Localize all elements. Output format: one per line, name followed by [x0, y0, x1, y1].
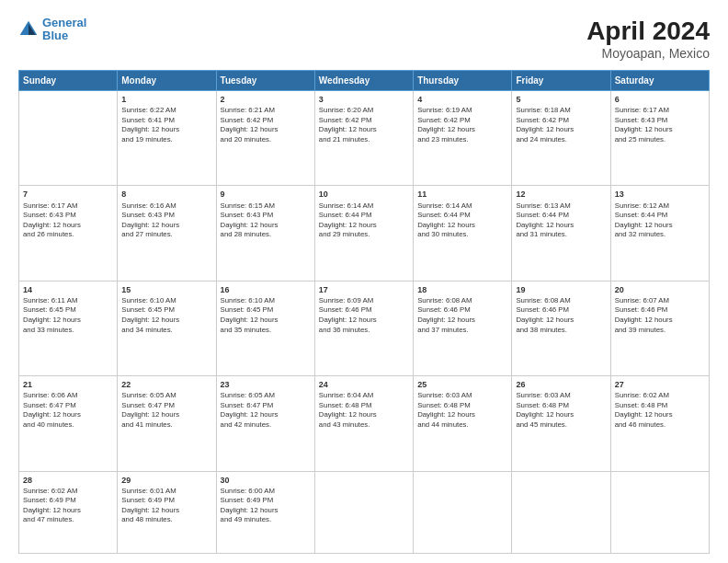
day-number: 28 [23, 475, 113, 486]
table-row: 28Sunrise: 6:02 AM Sunset: 6:49 PM Dayli… [19, 471, 118, 553]
table-row: 10Sunrise: 6:14 AM Sunset: 6:44 PM Dayli… [314, 186, 413, 281]
day-info: Sunrise: 6:22 AM Sunset: 6:41 PM Dayligh… [121, 106, 211, 144]
table-row: 15Sunrise: 6:10 AM Sunset: 6:45 PM Dayli… [118, 281, 216, 375]
day-info: Sunrise: 6:08 AM Sunset: 6:46 PM Dayligh… [417, 296, 507, 335]
table-row: 19Sunrise: 6:08 AM Sunset: 6:46 PM Dayli… [512, 281, 610, 375]
col-wednesday: Wednesday [314, 71, 413, 91]
day-number: 25 [417, 379, 507, 390]
table-row: 21Sunrise: 6:06 AM Sunset: 6:47 PM Dayli… [19, 376, 118, 471]
table-row: 23Sunrise: 6:05 AM Sunset: 6:47 PM Dayli… [216, 376, 314, 471]
day-number: 10 [319, 189, 409, 200]
day-number: 5 [516, 94, 606, 105]
calendar-week-row: 14Sunrise: 6:11 AM Sunset: 6:45 PM Dayli… [19, 281, 710, 375]
day-number: 6 [615, 94, 705, 105]
table-row: 4Sunrise: 6:19 AM Sunset: 6:42 PM Daylig… [414, 91, 512, 186]
day-info: Sunrise: 6:17 AM Sunset: 6:43 PM Dayligh… [615, 106, 705, 144]
day-info: Sunrise: 6:14 AM Sunset: 6:44 PM Dayligh… [417, 201, 507, 240]
day-number: 23 [221, 379, 311, 390]
calendar-week-row: 7Sunrise: 6:17 AM Sunset: 6:43 PM Daylig… [19, 186, 710, 281]
table-row: 11Sunrise: 6:14 AM Sunset: 6:44 PM Dayli… [414, 186, 512, 281]
day-number: 19 [516, 284, 606, 295]
day-info: Sunrise: 6:11 AM Sunset: 6:45 PM Dayligh… [23, 296, 113, 335]
page: General Blue April 2024 Moyoapan, Mexico… [0, 0, 728, 563]
day-info: Sunrise: 6:17 AM Sunset: 6:43 PM Dayligh… [23, 201, 113, 240]
col-friday: Friday [512, 71, 610, 91]
calendar-week-row: 28Sunrise: 6:02 AM Sunset: 6:49 PM Dayli… [19, 471, 710, 553]
table-row: 9Sunrise: 6:15 AM Sunset: 6:43 PM Daylig… [216, 186, 314, 281]
table-row: 12Sunrise: 6:13 AM Sunset: 6:44 PM Dayli… [512, 186, 610, 281]
logo-line1: General [42, 16, 86, 29]
day-info: Sunrise: 6:10 AM Sunset: 6:45 PM Dayligh… [121, 296, 211, 335]
day-info: Sunrise: 6:08 AM Sunset: 6:46 PM Dayligh… [516, 296, 606, 335]
day-info: Sunrise: 6:05 AM Sunset: 6:47 PM Dayligh… [221, 391, 311, 430]
title-block: April 2024 Moyoapan, Mexico [586, 17, 710, 61]
table-row [19, 91, 118, 186]
table-row: 13Sunrise: 6:12 AM Sunset: 6:44 PM Dayli… [610, 186, 709, 281]
day-number: 12 [516, 189, 606, 200]
table-row: 20Sunrise: 6:07 AM Sunset: 6:46 PM Dayli… [610, 281, 709, 375]
day-number: 16 [221, 284, 311, 295]
calendar-week-row: 1Sunrise: 6:22 AM Sunset: 6:41 PM Daylig… [19, 91, 710, 186]
day-number: 18 [417, 284, 507, 295]
day-info: Sunrise: 6:03 AM Sunset: 6:48 PM Dayligh… [516, 391, 606, 430]
table-row [610, 471, 709, 553]
day-info: Sunrise: 6:01 AM Sunset: 6:49 PM Dayligh… [121, 487, 211, 525]
calendar-subtitle: Moyoapan, Mexico [586, 46, 710, 61]
day-info: Sunrise: 6:16 AM Sunset: 6:43 PM Dayligh… [121, 201, 211, 240]
col-saturday: Saturday [610, 71, 709, 91]
col-sunday: Sunday [19, 71, 118, 91]
day-info: Sunrise: 6:21 AM Sunset: 6:42 PM Dayligh… [221, 106, 311, 144]
day-info: Sunrise: 6:12 AM Sunset: 6:44 PM Dayligh… [615, 201, 705, 240]
table-row: 1Sunrise: 6:22 AM Sunset: 6:41 PM Daylig… [118, 91, 216, 186]
day-info: Sunrise: 6:19 AM Sunset: 6:42 PM Dayligh… [417, 106, 507, 144]
day-number: 24 [319, 379, 409, 390]
day-info: Sunrise: 6:09 AM Sunset: 6:46 PM Dayligh… [319, 296, 409, 335]
day-number: 21 [23, 379, 113, 390]
header: General Blue April 2024 Moyoapan, Mexico [18, 17, 710, 61]
table-row: 17Sunrise: 6:09 AM Sunset: 6:46 PM Dayli… [314, 281, 413, 375]
col-tuesday: Tuesday [216, 71, 314, 91]
day-info: Sunrise: 6:18 AM Sunset: 6:42 PM Dayligh… [516, 106, 606, 144]
table-row: 24Sunrise: 6:04 AM Sunset: 6:48 PM Dayli… [314, 376, 413, 471]
table-row: 29Sunrise: 6:01 AM Sunset: 6:49 PM Dayli… [118, 471, 216, 553]
day-info: Sunrise: 6:02 AM Sunset: 6:49 PM Dayligh… [23, 487, 113, 525]
col-thursday: Thursday [414, 71, 512, 91]
table-row: 8Sunrise: 6:16 AM Sunset: 6:43 PM Daylig… [118, 186, 216, 281]
table-row: 26Sunrise: 6:03 AM Sunset: 6:48 PM Dayli… [512, 376, 610, 471]
logo: General Blue [18, 17, 86, 43]
table-row: 3Sunrise: 6:20 AM Sunset: 6:42 PM Daylig… [314, 91, 413, 186]
day-info: Sunrise: 6:14 AM Sunset: 6:44 PM Dayligh… [319, 201, 409, 240]
table-row: 16Sunrise: 6:10 AM Sunset: 6:45 PM Dayli… [216, 281, 314, 375]
day-info: Sunrise: 6:20 AM Sunset: 6:42 PM Dayligh… [319, 106, 409, 144]
table-row: 18Sunrise: 6:08 AM Sunset: 6:46 PM Dayli… [414, 281, 512, 375]
table-row: 2Sunrise: 6:21 AM Sunset: 6:42 PM Daylig… [216, 91, 314, 186]
day-info: Sunrise: 6:05 AM Sunset: 6:47 PM Dayligh… [121, 391, 211, 430]
day-number: 14 [23, 284, 113, 295]
logo-text: General Blue [42, 17, 86, 43]
table-row [512, 471, 610, 553]
calendar-title: April 2024 [586, 17, 710, 46]
table-row: 25Sunrise: 6:03 AM Sunset: 6:48 PM Dayli… [414, 376, 512, 471]
day-number: 15 [121, 284, 211, 295]
day-number: 9 [221, 189, 311, 200]
day-info: Sunrise: 6:03 AM Sunset: 6:48 PM Dayligh… [417, 391, 507, 430]
calendar-week-row: 21Sunrise: 6:06 AM Sunset: 6:47 PM Dayli… [19, 376, 710, 471]
calendar-table: Sunday Monday Tuesday Wednesday Thursday… [18, 70, 710, 554]
table-row: 27Sunrise: 6:02 AM Sunset: 6:48 PM Dayli… [610, 376, 709, 471]
day-info: Sunrise: 6:06 AM Sunset: 6:47 PM Dayligh… [23, 391, 113, 430]
day-number: 8 [121, 189, 211, 200]
day-number: 3 [319, 94, 409, 105]
table-row: 22Sunrise: 6:05 AM Sunset: 6:47 PM Dayli… [118, 376, 216, 471]
day-info: Sunrise: 6:02 AM Sunset: 6:48 PM Dayligh… [615, 391, 705, 430]
day-info: Sunrise: 6:00 AM Sunset: 6:49 PM Dayligh… [221, 487, 311, 525]
col-monday: Monday [118, 71, 216, 91]
day-number: 17 [319, 284, 409, 295]
day-number: 29 [121, 475, 211, 486]
table-row: 6Sunrise: 6:17 AM Sunset: 6:43 PM Daylig… [610, 91, 709, 186]
day-number: 13 [615, 189, 705, 200]
table-row: 5Sunrise: 6:18 AM Sunset: 6:42 PM Daylig… [512, 91, 610, 186]
day-info: Sunrise: 6:13 AM Sunset: 6:44 PM Dayligh… [516, 201, 606, 240]
day-number: 1 [121, 94, 211, 105]
day-info: Sunrise: 6:04 AM Sunset: 6:48 PM Dayligh… [319, 391, 409, 430]
day-number: 4 [417, 94, 507, 105]
